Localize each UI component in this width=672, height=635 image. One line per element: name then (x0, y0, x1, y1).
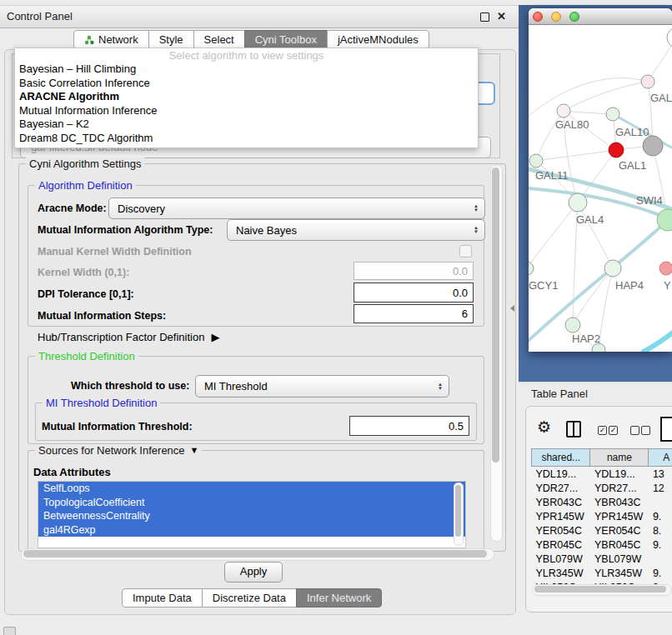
network-node[interactable] (641, 75, 654, 88)
table-column-header[interactable]: name (590, 449, 649, 467)
tab-infer-network[interactable]: Infer Network (296, 588, 382, 608)
tab-select[interactable]: Select (193, 30, 245, 49)
sources-title-row[interactable]: Sources for Network Inference ▼ (35, 444, 202, 457)
algorithm-option[interactable]: Bayesian – K2 (15, 118, 478, 132)
hub-definition-expander[interactable]: Hub/Transcription Factor Definition ▶ (38, 331, 219, 343)
attribute-list-item[interactable]: TopologicalCoefficient (38, 496, 465, 510)
network-edge[interactable] (648, 38, 672, 82)
algorithm-dropdown-list: Select algorithm to view settings Bayesi… (14, 48, 479, 148)
network-window-titlebar[interactable] (529, 8, 672, 25)
tab-impute-data[interactable]: Impute Data (122, 588, 203, 608)
table-header-row[interactable]: shared...nameA (532, 449, 672, 467)
float-window-icon[interactable] (480, 12, 489, 22)
settings-horizontal-scrollbar[interactable] (21, 548, 494, 561)
table-column-header[interactable]: shared... (532, 449, 590, 467)
pane-divider-arrow[interactable] (507, 305, 514, 312)
settings-vertical-scrollbar[interactable] (490, 165, 503, 542)
table-panel-title: Table Panel (531, 388, 588, 400)
network-edge[interactable] (599, 268, 613, 350)
table-row[interactable]: YBR045CYBR045C9. (532, 538, 672, 552)
table-cell: YBL079W (590, 552, 649, 566)
dpi-tolerance-field[interactable] (354, 282, 474, 302)
checked-checkbox-icon[interactable]: ✓ (609, 426, 618, 435)
table-row[interactable]: YBR043CYBR043C (532, 495, 672, 509)
table-column-header[interactable]: A (649, 449, 672, 467)
network-node[interactable] (569, 193, 587, 212)
scrollbar-thumb[interactable] (23, 550, 487, 558)
scrollbar-thumb[interactable] (492, 168, 499, 462)
network-edge[interactable] (536, 150, 616, 161)
app-screen: Control Panel ✕ Network Style Select Cyn… (0, 0, 672, 635)
network-edge[interactable] (564, 111, 613, 114)
control-panel-tabs: Network Style Select Cyni Toolbox jActiv… (73, 30, 429, 49)
tab-cyni-toolbox[interactable]: Cyni Toolbox (244, 30, 328, 49)
mi-steps-field[interactable] (354, 304, 474, 323)
mi-type-combo[interactable]: Naive Bayes ▲▼ (227, 219, 485, 241)
table-horizontal-scrollbar[interactable] (532, 584, 672, 596)
tab-style[interactable]: Style (148, 30, 194, 49)
kernel-width-field[interactable] (354, 262, 474, 280)
algorithm-option[interactable]: Bayesian – Hill Climbing (15, 62, 478, 77)
network-node[interactable] (659, 262, 672, 275)
gear-icon[interactable]: ⚙ (537, 419, 551, 436)
data-attributes-list[interactable]: SelfLoopsTopologicalCoefficientBetweenne… (38, 481, 466, 548)
table-cell: YPR145W (532, 509, 590, 523)
scrollbar-thumb[interactable] (455, 485, 461, 537)
close-traffic-icon[interactable] (533, 12, 543, 22)
tab-jactivemnodules[interactable]: jActiveMNodules (327, 30, 429, 49)
network-canvas[interactable]: GALGAL80GAL10GAL1GAL11SWI4GAL4GCY1HAP4YH… (529, 25, 672, 352)
network-node[interactable] (667, 28, 672, 48)
unchecked-checkbox-icon[interactable] (630, 426, 639, 435)
network-edge[interactable] (529, 202, 578, 268)
table-row[interactable]: YDR27...YDR27...12 (532, 481, 672, 495)
unchecked-checkbox-icon[interactable] (641, 426, 650, 435)
attribute-list-item[interactable]: gal4RGexp (38, 523, 465, 538)
tab-label: Style (159, 31, 183, 48)
table-cell: 9. (649, 509, 672, 523)
network-edge[interactable] (564, 82, 648, 111)
network-node[interactable] (529, 262, 534, 275)
table-row[interactable]: YDL19...YDL19...13 (532, 467, 672, 482)
network-node[interactable] (604, 260, 621, 277)
network-edge[interactable] (644, 315, 672, 352)
split-columns-icon[interactable] (566, 421, 581, 438)
table-row[interactable]: YLR345WYLR345W9. (532, 566, 672, 580)
close-icon[interactable]: ✕ (497, 9, 506, 24)
table-cell: YDR27... (590, 481, 649, 495)
algorithm-option[interactable]: Dream8 DC_TDC Algorithm (15, 132, 478, 146)
group-title: Cyni Algorithm Settings (26, 158, 144, 170)
attributes-scrollbar[interactable] (454, 482, 464, 546)
document-icon[interactable] (660, 417, 672, 442)
network-node[interactable] (643, 136, 663, 156)
table-cell: YLR345W (590, 566, 649, 580)
aracne-mode-combo[interactable]: Discovery ▲▼ (108, 198, 485, 219)
algorithm-option[interactable]: ARACNE Algorithm (15, 90, 478, 104)
manual-kernel-checkbox[interactable] (459, 245, 472, 258)
table-cell: YDR27... (532, 481, 590, 495)
tab-discretize-data[interactable]: Discretize Data (202, 588, 297, 608)
scrollbar-thumb[interactable] (534, 586, 666, 592)
attribute-list-item[interactable]: BetweennessCentrality (38, 509, 465, 523)
zoom-traffic-icon[interactable] (569, 12, 579, 22)
minimized-panel-icon[interactable] (3, 627, 16, 635)
attribute-list-item[interactable]: SelfLoops (38, 482, 465, 496)
network-node[interactable] (557, 104, 570, 118)
which-threshold-combo[interactable]: MI Threshold ▲▼ (195, 375, 449, 398)
mi-threshold-field[interactable] (349, 416, 469, 436)
network-edge[interactable] (578, 202, 613, 268)
network-node[interactable] (565, 318, 580, 332)
checked-checkbox-icon[interactable]: ✓ (598, 426, 607, 435)
table-row[interactable]: YER054CYER054C8. (532, 523, 672, 538)
network-node[interactable] (609, 142, 624, 158)
algorithm-option[interactable]: Basic Correlation Inference (15, 77, 478, 91)
minimize-traffic-icon[interactable] (551, 12, 561, 22)
table-row[interactable]: YBL079WYBL079W (532, 552, 672, 566)
table-cell: 12 (649, 481, 672, 495)
node-table: shared...nameA YDL19...YDL19...13YDR27..… (531, 448, 672, 594)
network-node[interactable] (529, 154, 543, 168)
apply-button[interactable]: Apply (224, 562, 283, 582)
network-node[interactable] (606, 108, 619, 121)
algorithm-option[interactable]: Mutual Information Inference (15, 104, 478, 118)
table-row[interactable]: YPR145WYPR145W9. (532, 509, 672, 523)
tab-network[interactable]: Network (73, 30, 149, 49)
